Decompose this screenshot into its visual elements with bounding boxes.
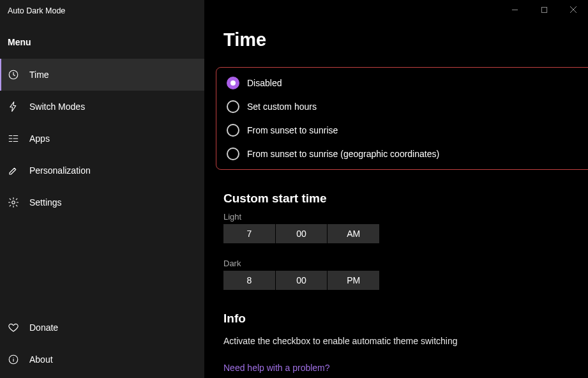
- sidebar-item-donate[interactable]: Donate: [0, 312, 204, 344]
- maximize-button[interactable]: [529, 0, 559, 19]
- sidebar-item-switch-modes[interactable]: Switch Modes: [0, 91, 204, 123]
- sidebar-item-label: About: [29, 354, 53, 365]
- radio-disabled[interactable]: Disabled: [227, 77, 588, 89]
- sidebar-item-label: Settings: [29, 197, 62, 208]
- menu-header: Menu: [0, 19, 204, 59]
- dark-hour[interactable]: 8: [223, 271, 275, 290]
- radio-label: Set custom hours: [247, 102, 317, 112]
- sidebar-bottom: Donate About: [0, 312, 204, 378]
- sidebar-item-label: Switch Modes: [29, 102, 85, 112]
- light-period[interactable]: AM: [327, 224, 379, 243]
- apps-icon: [8, 133, 19, 144]
- info-icon: [8, 354, 19, 365]
- light-minute[interactable]: 00: [275, 224, 328, 243]
- sidebar: Auto Dark Mode Menu Time Switch Modes Ap…: [0, 0, 204, 378]
- sidebar-item-label: Personalization: [29, 165, 91, 176]
- minimize-button[interactable]: [500, 0, 529, 19]
- sidebar-item-label: Apps: [29, 133, 50, 144]
- radio-button-icon: [227, 100, 239, 113]
- light-time-picker[interactable]: 7 00 AM: [223, 224, 379, 243]
- svg-point-1: [12, 201, 15, 204]
- app-title: Auto Dark Mode: [0, 0, 204, 19]
- main-content: Time Disabled Set custom hours From suns…: [204, 0, 588, 378]
- info-text: Activate the checkbox to enable automati…: [204, 329, 588, 346]
- sidebar-item-apps[interactable]: Apps: [0, 123, 204, 155]
- pencil-icon: [8, 165, 19, 176]
- dark-label: Dark: [204, 256, 588, 271]
- heart-icon: [8, 322, 19, 333]
- radio-sunset-sunrise[interactable]: From sunset to sunrise: [227, 124, 588, 137]
- sidebar-item-label: Donate: [29, 322, 58, 333]
- lightning-icon: [8, 101, 19, 112]
- clock-icon: [8, 69, 19, 80]
- svg-rect-3: [541, 7, 547, 12]
- time-mode-radio-group: Disabled Set custom hours From sunset to…: [216, 67, 588, 170]
- sidebar-item-label: Time: [29, 70, 49, 80]
- sidebar-item-settings[interactable]: Settings: [0, 186, 204, 218]
- sidebar-items: Time Switch Modes Apps Personalization S: [0, 59, 204, 218]
- dark-time-picker[interactable]: 8 00 PM: [223, 271, 379, 290]
- light-label: Light: [204, 209, 588, 224]
- radio-label: From sunset to sunrise (geographic coord…: [247, 149, 439, 159]
- radio-button-icon: [227, 147, 239, 160]
- custom-start-header: Custom start time: [204, 170, 588, 209]
- sidebar-item-time[interactable]: Time: [0, 59, 204, 91]
- dark-minute[interactable]: 00: [275, 271, 328, 290]
- radio-sunset-sunrise-geo[interactable]: From sunset to sunrise (geographic coord…: [227, 147, 588, 160]
- help-link[interactable]: Need help with a problem?: [204, 346, 588, 373]
- info-header: Info: [204, 290, 588, 329]
- sidebar-item-personalization[interactable]: Personalization: [0, 155, 204, 186]
- dark-period[interactable]: PM: [327, 271, 379, 290]
- gear-icon: [8, 197, 19, 208]
- radio-button-icon: [227, 124, 239, 137]
- titlebar-controls: [500, 0, 588, 19]
- close-button[interactable]: [559, 0, 588, 19]
- light-hour[interactable]: 7: [223, 224, 275, 243]
- radio-label: From sunset to sunrise: [247, 125, 338, 135]
- radio-custom-hours[interactable]: Set custom hours: [227, 100, 588, 113]
- sidebar-item-about[interactable]: About: [0, 344, 204, 375]
- radio-label: Disabled: [247, 78, 282, 88]
- radio-button-icon: [227, 77, 239, 89]
